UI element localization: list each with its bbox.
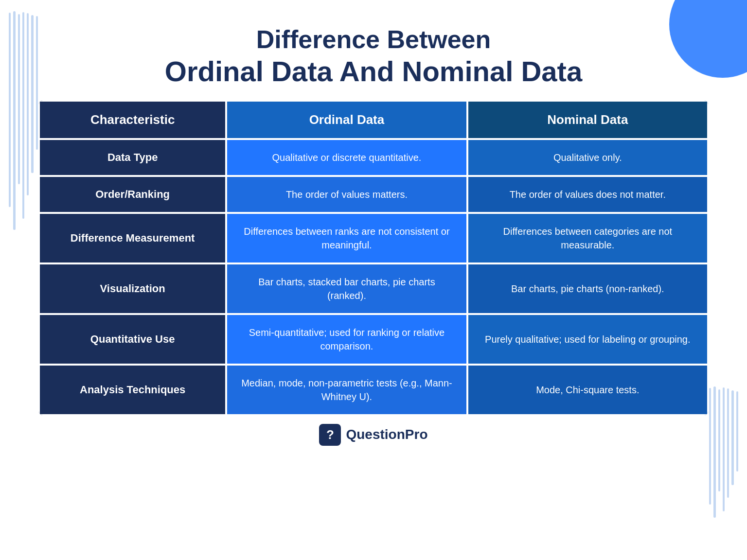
cell-nominal: Differences between categories are not m… — [467, 213, 708, 263]
cell-ordinal: Semi-quantitative; used for ranking or r… — [226, 314, 467, 365]
cell-ordinal: Bar charts, stacked bar charts, pie char… — [226, 263, 467, 314]
cell-ordinal: Qualitative or discrete quantitative. — [226, 139, 467, 176]
decorative-lines-left — [9, 10, 38, 253]
table-header-row: Characteristic Ordinal Data Nominal Data — [39, 101, 708, 139]
logo-text-bold: Pro — [405, 427, 428, 442]
table-row: Quantitative UseSemi-quantitative; used … — [39, 314, 708, 365]
cell-characteristic: Data Type — [39, 139, 226, 176]
decorative-lines-right — [709, 385, 738, 531]
logo-area: ? QuestionPro — [319, 424, 427, 446]
table-row: VisualizationBar charts, stacked bar cha… — [39, 263, 708, 314]
cell-characteristic: Quantitative Use — [39, 314, 226, 365]
table-row: Analysis TechniquesMedian, mode, non-par… — [39, 365, 708, 415]
logo-text-plain: Question — [346, 427, 405, 442]
title-line2: Ordinal Data And Nominal Data — [165, 54, 582, 88]
header-ordinal: Ordinal Data — [226, 101, 467, 139]
title-area: Difference Between Ordinal Data And Nomi… — [155, 10, 592, 101]
table-row: Data TypeQualitative or discrete quantit… — [39, 139, 708, 176]
cell-nominal: Mode, Chi-square tests. — [467, 365, 708, 415]
cell-nominal: The order of values does not matter. — [467, 176, 708, 213]
table-row: Difference MeasurementDifferences betwee… — [39, 213, 708, 263]
main-container: Difference Between Ordinal Data And Nomi… — [39, 10, 708, 545]
cell-ordinal: Median, mode, non-parametric tests (e.g.… — [226, 365, 467, 415]
cell-characteristic: Difference Measurement — [39, 213, 226, 263]
comparison-table: Characteristic Ordinal Data Nominal Data… — [39, 101, 708, 415]
header-characteristic: Characteristic — [39, 101, 226, 139]
header-nominal: Nominal Data — [467, 101, 708, 139]
logo-icon-text: ? — [326, 427, 334, 442]
logo-icon: ? — [319, 424, 341, 446]
logo-text: QuestionPro — [346, 427, 427, 442]
table-row: Order/RankingThe order of values matters… — [39, 176, 708, 213]
cell-nominal: Bar charts, pie charts (non-ranked). — [467, 263, 708, 314]
cell-ordinal: The order of values matters. — [226, 176, 467, 213]
cell-characteristic: Order/Ranking — [39, 176, 226, 213]
cell-characteristic: Analysis Techniques — [39, 365, 226, 415]
cell-ordinal: Differences between ranks are not consis… — [226, 213, 467, 263]
cell-characteristic: Visualization — [39, 263, 226, 314]
title-line1: Difference Between — [165, 24, 582, 54]
cell-nominal: Qualitative only. — [467, 139, 708, 176]
cell-nominal: Purely qualitative; used for labeling or… — [467, 314, 708, 365]
